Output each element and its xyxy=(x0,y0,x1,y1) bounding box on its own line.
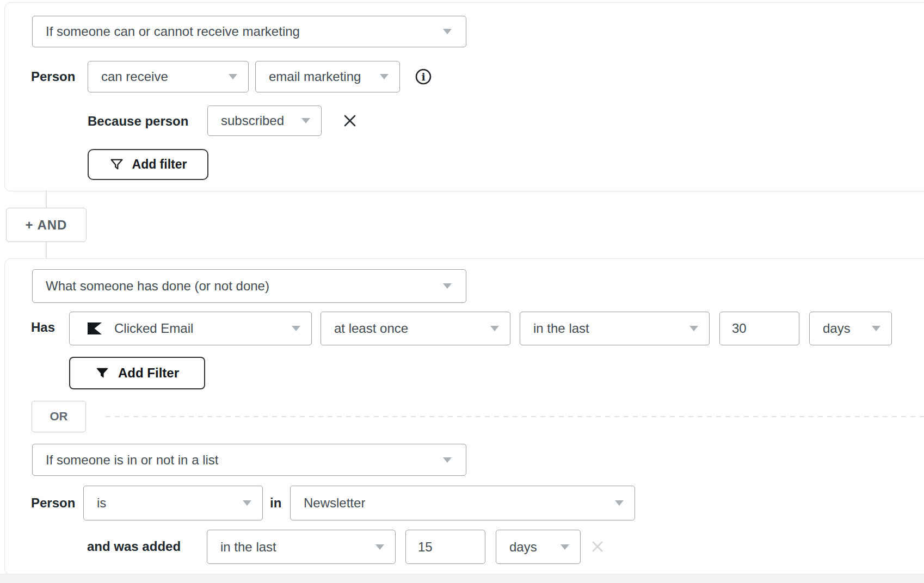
consent-select[interactable]: can receive xyxy=(88,61,249,92)
added-timeframe-select[interactable]: in the last xyxy=(207,530,396,564)
metric-select[interactable]: Clicked Email xyxy=(69,312,312,345)
membership-operator-select[interactable]: is xyxy=(83,486,263,520)
in-label: in xyxy=(270,497,281,510)
person-label-2: Person xyxy=(31,497,75,510)
added-unit-select[interactable]: days xyxy=(496,530,581,564)
chevron-down-icon xyxy=(375,544,384,550)
chevron-down-icon xyxy=(615,500,624,506)
connector-line-top xyxy=(46,190,47,208)
chevron-down-icon xyxy=(229,74,237,79)
chevron-down-icon xyxy=(689,326,698,331)
chevron-down-icon xyxy=(443,29,452,34)
chevron-down-icon xyxy=(380,74,389,79)
because-person-label: Because person xyxy=(88,115,188,128)
condition-group-behavior: What someone has done (or not done) Has … xyxy=(4,258,924,575)
chevron-down-icon xyxy=(243,500,251,506)
or-dashed-divider xyxy=(106,416,924,417)
info-icon[interactable]: i xyxy=(415,68,432,85)
condition-type-select-3[interactable]: If someone is in or not in a list xyxy=(32,444,466,476)
channel-select[interactable]: email marketing xyxy=(255,61,400,92)
condition-type-select-2[interactable]: What someone has done (or not done) xyxy=(32,269,466,303)
frequency-select[interactable]: at least once xyxy=(321,312,510,345)
klaviyo-flag-icon xyxy=(87,322,102,334)
or-connector-button[interactable]: OR xyxy=(32,401,86,432)
condition-group-consent: If someone can or cannot receive marketi… xyxy=(4,2,924,191)
unit-select[interactable]: days xyxy=(809,312,892,345)
added-quantity-input[interactable] xyxy=(405,530,485,564)
chevron-down-icon xyxy=(292,326,300,331)
person-label: Person xyxy=(31,70,75,83)
condition-type-value: If someone can or cannot receive marketi… xyxy=(46,24,300,39)
add-filter-button-2[interactable]: Add Filter xyxy=(69,357,205,389)
chevron-down-icon xyxy=(490,326,499,331)
page-footer-strip xyxy=(0,574,924,583)
add-filter-button[interactable]: Add filter xyxy=(88,149,208,180)
and-was-added-label: and was added xyxy=(87,540,181,553)
svg-text:i: i xyxy=(421,71,425,83)
chevron-down-icon xyxy=(443,457,452,463)
list-select[interactable]: Newsletter xyxy=(290,486,635,520)
connector-line-bottom xyxy=(46,242,47,258)
close-icon[interactable] xyxy=(342,113,358,128)
funnel-outline-icon xyxy=(109,157,124,172)
chevron-down-icon xyxy=(443,283,452,289)
chevron-down-icon xyxy=(560,544,569,550)
condition-type-select[interactable]: If someone can or cannot receive marketi… xyxy=(32,16,466,47)
funnel-filled-icon xyxy=(95,366,109,380)
reason-select[interactable]: subscribed xyxy=(207,106,322,136)
has-label: Has xyxy=(31,321,55,334)
chevron-down-icon xyxy=(301,118,310,123)
add-and-condition-button[interactable]: + AND xyxy=(6,208,87,242)
quantity-input[interactable] xyxy=(719,312,799,345)
chevron-down-icon xyxy=(872,326,880,331)
timeframe-select[interactable]: in the last xyxy=(520,312,710,345)
close-icon-disabled[interactable] xyxy=(590,539,605,554)
